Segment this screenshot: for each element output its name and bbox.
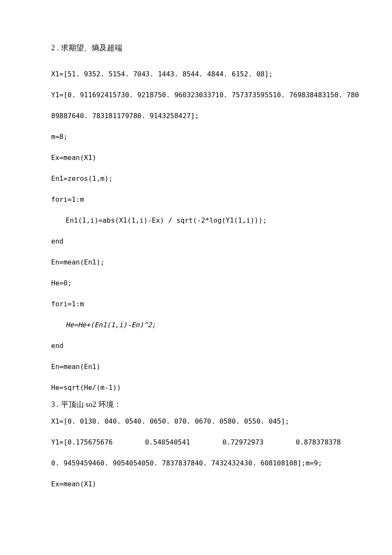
- code-line: end: [51, 237, 341, 245]
- code-line: end: [51, 342, 341, 350]
- code-line: Ex=mean(X1): [51, 480, 341, 488]
- justify-part: 0.540540541: [145, 438, 190, 446]
- code-line: En=mean(En1);: [51, 258, 341, 266]
- document-page: 2 . 求期望、熵及超端 X1=[51. 9352. 5154. 7043. 1…: [0, 0, 392, 535]
- code-line: 0. 9459459460. 9054054050. 7837837840. 7…: [51, 459, 341, 467]
- code-line: He=sqrt(He/(m-1)): [51, 384, 341, 392]
- section-heading-3: 3 . 平顶山 so2 环境：: [51, 399, 341, 410]
- code-line: Y1=[0. 911692415730. 9218750. 9603230337…: [51, 91, 341, 99]
- code-line: En1(1,i)=abs(X1(1,i)-Ex) / sqrt(-2*log(Y…: [51, 216, 341, 224]
- justify-part: 0.878378378: [296, 438, 341, 446]
- code-line: He=He+(En1(1,i)-En)^2;: [51, 321, 341, 329]
- code-line: 89887640. 783181179780. 9143258427];: [51, 112, 341, 120]
- code-line: X1=[51. 9352. 5154. 7043. 1443. 8544. 48…: [51, 70, 341, 78]
- code-line: Ex=mean(X1): [51, 154, 341, 162]
- code-line: fori=1:m: [51, 195, 341, 203]
- code-line: Y1=[0.175675676 0.540540541 0.72972973 0…: [51, 438, 341, 446]
- code-line: En1=zeros(1,m);: [51, 174, 341, 183]
- code-line: X1=[0. 0130. 040. 0540. 0650. 070. 0670.…: [51, 417, 341, 425]
- code-line: En=mean(En1): [51, 363, 341, 371]
- justify-part: Y1=[0.175675676: [51, 438, 113, 446]
- code-line: m=8;: [51, 133, 341, 141]
- code-line: He=0;: [51, 279, 341, 287]
- code-line: fori=1:m: [51, 300, 341, 308]
- justify-part: 0.72972973: [222, 438, 263, 446]
- section-heading-2: 2 . 求期望、熵及超端: [51, 43, 341, 53]
